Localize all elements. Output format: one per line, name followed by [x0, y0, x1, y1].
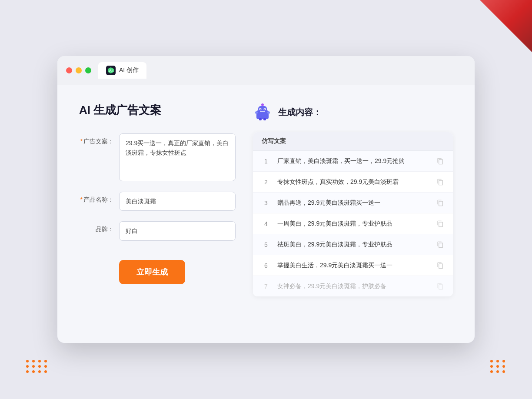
close-button[interactable]	[66, 67, 72, 73]
ad-text-group: *广告文案： 29.9买一送一，真正的厂家直销，美白淡斑霜，专抹女性斑点	[79, 133, 236, 181]
product-name-group: *产品名称：	[79, 192, 236, 211]
active-tab[interactable]: AI AI 创作	[98, 62, 146, 79]
window-controls	[66, 67, 91, 73]
browser-window: AI AI 创作 AI 生成广告文案 *广告文案： 29.9买一送一，真正的厂家…	[57, 56, 475, 343]
bottom-left-decoration	[26, 360, 48, 373]
table-row: 5 祛斑美白，29.9元美白淡斑霜，专业护肤品	[253, 234, 453, 255]
product-name-label: *产品名称：	[79, 192, 114, 204]
copy-icon[interactable]	[436, 199, 444, 207]
row-number: 7	[262, 283, 270, 290]
brand-input[interactable]	[119, 221, 236, 240]
svg-point-6	[260, 109, 261, 110]
table-row: 7 女神必备，29.9元美白淡斑霜，护肤必备	[253, 276, 453, 296]
svg-point-12	[267, 111, 270, 114]
page-title: AI 生成广告文案	[79, 103, 236, 118]
product-required: *	[80, 196, 83, 203]
svg-point-11	[255, 111, 258, 114]
row-number: 1	[262, 158, 270, 165]
table-row: 2 专抹女性斑点，真实功效，29.9元美白淡斑霜	[253, 172, 453, 193]
left-panel: AI 生成广告文案 *广告文案： 29.9买一送一，真正的厂家直销，美白淡斑霜，…	[79, 103, 236, 320]
row-number: 2	[262, 179, 270, 186]
ad-text-label: *广告文案：	[79, 133, 114, 146]
brand-group: 品牌：	[79, 221, 236, 240]
copy-icon[interactable]	[436, 262, 444, 269]
row-number: 3	[262, 200, 270, 206]
copy-icon[interactable]	[436, 157, 444, 165]
product-name-input[interactable]	[119, 192, 236, 211]
row-number: 4	[262, 220, 270, 227]
robot-icon	[253, 103, 272, 122]
copy-icon[interactable]	[436, 220, 444, 228]
row-text: 一周美白，29.9元美白淡斑霜，专业护肤品	[277, 219, 429, 228]
table-row: 4 一周美白，29.9元美白淡斑霜，专业护肤品	[253, 213, 453, 234]
main-content: AI 生成广告文案 *广告文案： 29.9买一送一，真正的厂家直销，美白淡斑霜，…	[57, 85, 475, 337]
copy-icon[interactable]	[436, 241, 444, 249]
row-text: 厂家直销，美白淡斑霜，买一送一，29.9元抢购	[277, 156, 429, 166]
result-title: 生成内容：	[278, 106, 322, 118]
tab-icon: AI	[106, 66, 116, 75]
table-header: 仿写文案	[253, 132, 453, 151]
tab-label: AI 创作	[119, 66, 139, 74]
row-text: 赠品再送，29.9元美白淡斑霜买一送一	[277, 198, 429, 207]
result-header: 生成内容：	[253, 103, 453, 122]
svg-rect-9	[259, 118, 262, 120]
table-row: 3 赠品再送，29.9元美白淡斑霜买一送一	[253, 193, 453, 213]
svg-point-2	[261, 103, 264, 106]
title-bar: AI AI 创作	[57, 56, 475, 85]
result-table: 仿写文案 1 厂家直销，美白淡斑霜，买一送一，29.9元抢购 2 专抹女性斑点，…	[253, 132, 453, 296]
row-text: 女神必备，29.9元美白淡斑霜，护肤必备	[277, 282, 429, 291]
table-row: 1 厂家直销，美白淡斑霜，买一送一，29.9元抢购	[253, 151, 453, 172]
brand-label: 品牌：	[79, 221, 114, 233]
table-row: 6 掌握美白生活，29.9元美白淡斑霜买一送一	[253, 255, 453, 276]
minimize-button[interactable]	[76, 67, 82, 73]
ad-text-required: *	[80, 138, 83, 145]
right-panel: 生成内容： 仿写文案 1 厂家直销，美白淡斑霜，买一送一，29.9元抢购 2 专…	[253, 103, 453, 320]
svg-point-7	[264, 109, 265, 110]
generate-button[interactable]: 立即生成	[119, 260, 185, 284]
row-text: 祛斑美白，29.9元美白淡斑霜，专业护肤品	[277, 240, 429, 249]
svg-rect-8	[260, 111, 265, 112]
bottom-right-decoration	[490, 360, 506, 373]
ai-icon-text: AI	[109, 69, 113, 73]
row-text: 专抹女性斑点，真实功效，29.9元美白淡斑霜	[277, 177, 429, 186]
ad-text-input[interactable]: 29.9买一送一，真正的厂家直销，美白淡斑霜，专抹女性斑点	[119, 133, 236, 181]
copy-icon[interactable]	[436, 283, 444, 290]
svg-rect-10	[263, 118, 266, 120]
maximize-button[interactable]	[85, 67, 91, 73]
row-number: 6	[262, 262, 270, 269]
row-number: 5	[262, 241, 270, 248]
row-text: 掌握美白生活，29.9元美白淡斑霜买一送一	[277, 261, 429, 270]
top-right-decoration	[480, 0, 532, 52]
copy-icon[interactable]	[436, 178, 444, 186]
